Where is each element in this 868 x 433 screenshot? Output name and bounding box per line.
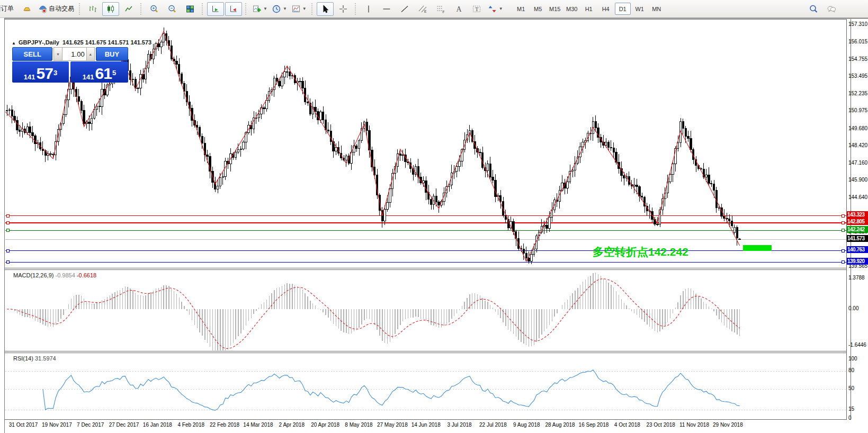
date-label: 14 Mar 2018 [243,422,273,428]
dropdown-arrow-icon: ▼ [283,6,287,11]
templates-button[interactable]: ▼ [290,2,308,16]
hline-icon [382,4,391,14]
auto-scroll-button[interactable] [207,2,224,16]
periods-button[interactable]: ▼ [270,2,289,16]
timeframe-h4-button[interactable]: H4 [598,3,614,15]
timeframe-mn-button[interactable]: MN [649,3,665,15]
bid-pip-digit: 3 [53,66,57,80]
price-tag-142.242: 142.242 [847,226,868,233]
robot-icon [38,4,48,14]
trendline-button[interactable] [396,2,413,16]
timeframe-w1-button[interactable]: W1 [632,3,648,15]
ask-big-digits: 61 [95,66,112,81]
bid-big-digits: 57 [37,66,53,81]
timeframe-m30-button[interactable]: M30 [564,3,580,15]
tile-windows-button[interactable] [182,2,199,16]
trendline-icon [400,4,409,14]
zoom-out-button[interactable] [164,2,181,16]
main-pane-bottom [5,268,847,268]
ask-prefix: 141 [83,73,94,81]
macd-pane-canvas[interactable] [5,270,847,352]
crosshair-button[interactable] [335,2,352,16]
rsi-label: RSI(14) 31.5974 [13,355,56,362]
arrows-icon [488,4,497,14]
equidistant-channel-button[interactable]: E [414,2,431,16]
timeframe-m5-button[interactable]: M5 [530,3,546,15]
rsi-tick: 50 [848,385,854,391]
vertical-line-button[interactable] [360,2,377,16]
fibonacci-button[interactable]: F [432,2,449,16]
horizontal-line-button[interactable] [378,2,395,16]
zoomin-icon [149,4,159,14]
sell-button[interactable]: SELL [12,47,52,61]
rsi-pane-canvas[interactable] [5,354,847,420]
bar-chart-button[interactable] [84,2,101,16]
volume-input[interactable]: 1.00 [62,47,86,61]
line-handle [842,221,845,224]
date-label: 27 May 2018 [377,422,408,428]
chart-shift-button[interactable] [225,2,242,16]
indicators-button[interactable]: ▼ [250,2,269,16]
timeframe-h1-button[interactable]: H1 [581,3,597,15]
candlestick-chart-button[interactable] [102,2,119,16]
toolbar-separator [79,3,81,15]
dropdown-arrow-icon: ▼ [499,6,503,11]
price-tick: 144.640 [848,194,867,200]
hline-140.763[interactable] [5,249,847,252]
hline-139.92[interactable] [5,261,847,264]
clock-icon [272,4,281,14]
new-order-button[interactable]: 新订单 [1,2,17,16]
rsi-value: 31.5974 [35,355,56,362]
toolbar-separator [140,3,142,15]
cursor-button[interactable] [317,2,334,16]
cursor-icon [320,4,330,14]
price-tag-142.805: 142.805 [847,218,868,225]
toolbar-separator [202,3,204,15]
text-button[interactable]: A [450,2,467,16]
arrows-button[interactable]: ▼ [486,2,505,16]
line-chart-button[interactable] [120,2,137,16]
timeframe-group: M1M5M15M30H1H4D1W1MN [513,3,665,15]
autotrading-button[interactable]: 自动交易 [37,2,76,16]
highlight-rectangle[interactable] [743,245,772,251]
zoom-in-button[interactable] [146,2,163,16]
volume-increase-button[interactable]: ▲ [86,47,95,61]
macd-signal-line [7,279,740,349]
gold-icon-button[interactable] [19,2,35,16]
price-tag-140.763: 140.763 [847,246,868,253]
rsi-line [43,370,740,410]
text-label-button[interactable]: T [468,2,485,16]
turning-point-annotation[interactable]: 多空转折点142.242 [593,245,688,259]
dropdown-arrow-icon: ▼ [263,6,267,11]
dropdown-arrow-icon: ▼ [302,6,307,11]
ask-price-display: 141615 [70,61,128,83]
line-handle [842,214,845,217]
toolbar-right [804,2,840,16]
timeframe-m15-button[interactable]: M15 [547,3,563,15]
buy-button[interactable]: BUY [96,47,128,61]
search-button[interactable] [805,2,822,16]
line-handle [7,261,10,264]
price-tick: 154.755 [848,56,867,62]
rsi-tick: 15 [848,406,854,412]
volume-decrease-button[interactable]: ▼ [53,47,62,61]
gold-icon [22,4,32,14]
toolbar: 新订单自动交易▼▼▼EFAT▼M1M5M15M30H1H4D1W1MN [0,0,868,18]
trend-arrow-icon: ▲ [12,41,16,46]
toolbar-separator [245,3,247,15]
main-chart-canvas[interactable] [5,20,847,269]
svg-text:E: E [424,10,427,13]
line-handle [842,249,845,252]
timeframe-m1-button[interactable]: M1 [513,3,529,15]
price-tick: 153.495 [848,73,867,79]
hline-142.805[interactable] [5,221,847,224]
community-chat-button[interactable] [823,2,840,16]
timeframe-d1-button[interactable]: D1 [615,3,631,15]
crosshair-icon [338,4,348,14]
linechart-icon [124,4,133,14]
price-tick: 148.420 [848,142,867,148]
symbol-period-label: GBPJPY-,Daily [19,39,59,46]
chart-window: ▲GBPJPY-,Daily141.625 141.675 141.571 14… [4,17,868,433]
hline-142.242[interactable] [5,229,847,232]
chart-symbol-header: ▲GBPJPY-,Daily141.625 141.675 141.571 14… [12,39,151,46]
